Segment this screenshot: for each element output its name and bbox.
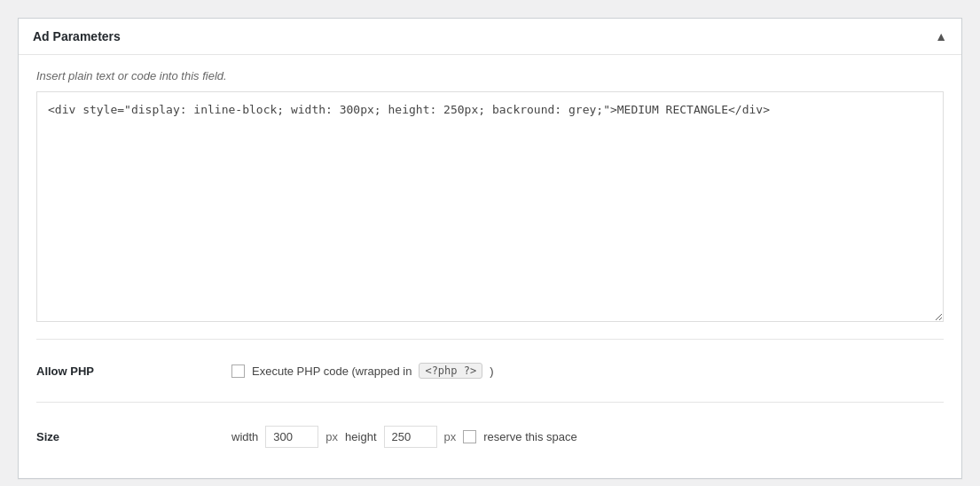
px-label-1: px	[325, 430, 338, 443]
allow-php-row: Allow PHP Execute PHP code (wrapped in <…	[36, 354, 944, 388]
px-label-2: px	[444, 430, 457, 443]
divider-1	[36, 339, 944, 340]
size-label: Size	[36, 430, 231, 443]
php-tag-suffix: )	[490, 364, 493, 378]
panel-header: Ad Parameters ▲	[19, 19, 961, 55]
panel-toggle-icon[interactable]: ▲	[935, 29, 947, 43]
php-checkbox[interactable]	[231, 364, 245, 378]
reserve-space-label: reserve this space	[483, 430, 577, 443]
php-checkbox-wrapper: Execute PHP code (wrapped in	[231, 364, 412, 378]
php-checkbox-label: Execute PHP code (wrapped in	[252, 364, 412, 378]
helper-text: Insert plain text or code into this fiel…	[36, 69, 944, 82]
reserve-space-checkbox[interactable]	[463, 430, 476, 443]
code-editor-textarea[interactable]: <div style="<span class="squiggle">displ…	[36, 91, 944, 322]
size-row: Size width px height px reserve this spa…	[36, 417, 944, 457]
width-input[interactable]	[265, 426, 318, 448]
divider-2	[36, 402, 944, 403]
size-content: width px height px reserve this space	[231, 426, 577, 448]
height-label: height	[345, 430, 376, 443]
allow-php-label: Allow PHP	[36, 364, 231, 378]
allow-php-content: Execute PHP code (wrapped in <?php ?> )	[231, 363, 494, 379]
php-tag: <?php ?>	[419, 363, 482, 379]
ad-parameters-panel: Ad Parameters ▲ Insert plain text or cod…	[18, 18, 962, 479]
height-input[interactable]	[384, 426, 437, 448]
width-label: width	[231, 430, 258, 443]
panel-title: Ad Parameters	[33, 29, 121, 43]
panel-body: Insert plain text or code into this fiel…	[19, 55, 961, 478]
